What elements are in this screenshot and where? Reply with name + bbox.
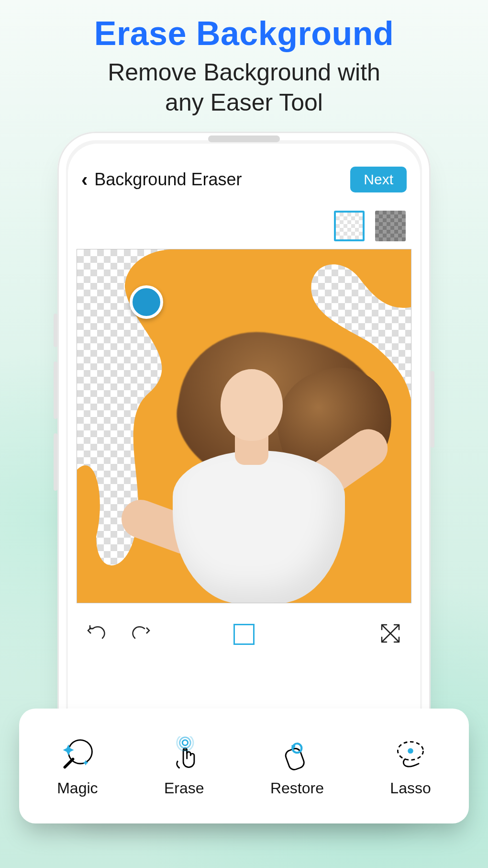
tool-label: Lasso — [390, 779, 431, 797]
back-icon[interactable]: ‹ — [81, 169, 88, 191]
phone-side-button — [54, 361, 57, 419]
promo-subtitle: Remove Background with any Easer Tool — [0, 57, 488, 117]
svg-point-1 — [182, 740, 188, 745]
promo-background: Erase Background Remove Background with … — [0, 0, 488, 868]
redo-icon[interactable] — [128, 622, 151, 647]
app-topbar: ‹ Background Eraser Next — [68, 163, 420, 196]
tool-lasso[interactable]: Lasso — [390, 735, 431, 797]
next-button[interactable]: Next — [350, 167, 407, 192]
preview-dark-swatch[interactable] — [375, 211, 406, 241]
svg-rect-4 — [284, 747, 306, 771]
main-toolbar: Magic Erase — [19, 709, 469, 823]
tool-label: Restore — [270, 779, 324, 797]
tool-label: Magic — [57, 779, 98, 797]
editor-canvas[interactable] — [77, 249, 411, 603]
undo-icon[interactable] — [86, 622, 109, 647]
brush-cursor[interactable] — [130, 285, 163, 319]
touch-erase-icon — [165, 735, 203, 774]
restore-icon — [278, 735, 316, 774]
crop-icon[interactable] — [233, 624, 255, 645]
lasso-icon — [391, 735, 430, 774]
promo-title: Erase Background — [0, 14, 488, 53]
tool-magic[interactable]: Magic — [57, 735, 98, 797]
photo-subject — [120, 326, 378, 603]
phone-speaker — [208, 135, 280, 142]
svg-point-7 — [408, 748, 413, 753]
secondary-toolbar — [77, 613, 411, 656]
preview-light-swatch[interactable] — [334, 211, 365, 241]
expand-icon[interactable] — [379, 638, 402, 646]
phone-side-button — [54, 433, 57, 491]
screen-title: Background Eraser — [94, 169, 242, 190]
svg-point-2 — [179, 737, 190, 748]
preview-mode-row — [334, 211, 406, 244]
tool-restore[interactable]: Restore — [270, 735, 324, 797]
promo-subtitle-line2: any Easer Tool — [165, 89, 323, 116]
tool-erase[interactable]: Erase — [164, 735, 204, 797]
magic-wand-icon — [58, 735, 97, 774]
promo-subtitle-line1: Remove Background with — [108, 59, 380, 86]
phone-side-button — [54, 314, 57, 347]
phone-side-button — [431, 371, 434, 448]
tool-label: Erase — [164, 779, 204, 797]
